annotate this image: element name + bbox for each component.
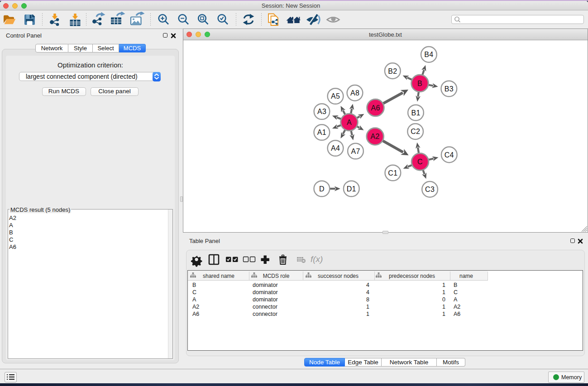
svg-text:B1: B1 bbox=[411, 109, 420, 117]
svg-text:f(x): f(x) bbox=[311, 254, 323, 264]
svg-text:C: C bbox=[417, 158, 423, 166]
svg-text:D: D bbox=[319, 185, 325, 193]
svg-text:A5: A5 bbox=[331, 92, 340, 100]
svg-text:C2: C2 bbox=[411, 128, 420, 135]
svg-text:B: B bbox=[417, 80, 422, 87]
svg-text:B4: B4 bbox=[424, 51, 433, 58]
svg-text:A3: A3 bbox=[317, 108, 326, 115]
svg-text:A2: A2 bbox=[371, 133, 380, 140]
svg-text:C4: C4 bbox=[445, 151, 454, 159]
svg-text:A8: A8 bbox=[350, 89, 359, 97]
svg-text:A: A bbox=[347, 119, 352, 126]
svg-text:C1: C1 bbox=[388, 169, 397, 177]
svg-text:A6: A6 bbox=[371, 104, 380, 112]
svg-text:B3: B3 bbox=[445, 85, 454, 93]
svg-text:A7: A7 bbox=[351, 148, 360, 155]
svg-text:A4: A4 bbox=[331, 144, 340, 152]
svg-text:B2: B2 bbox=[388, 67, 397, 75]
svg-text:D1: D1 bbox=[347, 185, 356, 193]
svg-text:C3: C3 bbox=[425, 186, 435, 193]
svg-text:A1: A1 bbox=[317, 129, 326, 136]
